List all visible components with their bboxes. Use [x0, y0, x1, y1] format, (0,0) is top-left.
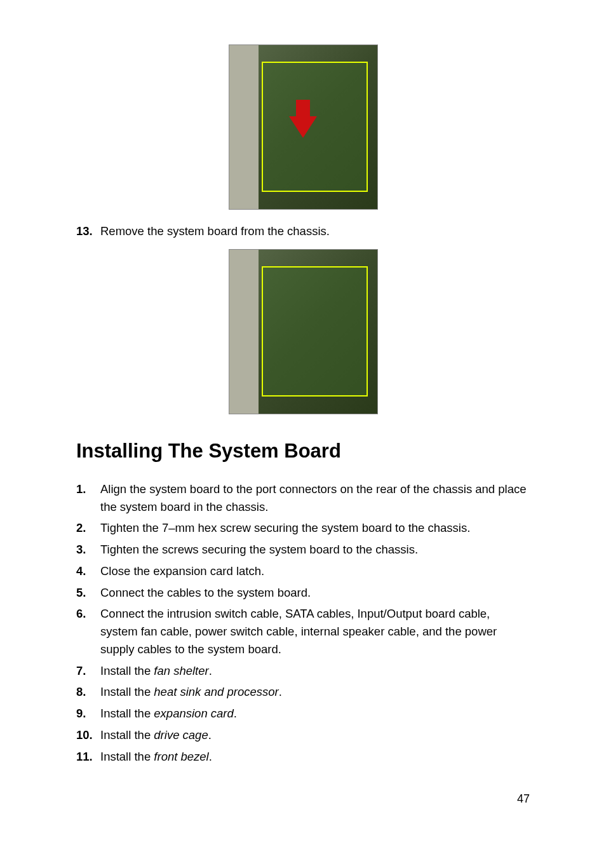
step-text: Install the heat sink and processor. [100, 683, 530, 701]
step-number: 8. [76, 683, 100, 701]
figure-2 [76, 249, 530, 414]
step-prefix: Install the [100, 685, 154, 698]
step-italic: front bezel [154, 750, 208, 763]
step-text: Connect the cables to the system board. [100, 584, 530, 602]
step-suffix: . [209, 750, 212, 763]
install-step-1: 1. Align the system board to the port co… [76, 480, 530, 516]
step-suffix: . [279, 685, 282, 698]
install-step-2: 2. Tighten the 7–mm hex screw securing t… [76, 519, 530, 537]
step-text: Install the expansion card. [100, 705, 530, 722]
step-number: 1. [76, 480, 100, 516]
step-number: 4. [76, 562, 100, 580]
step-number: 5. [76, 584, 100, 602]
step-number: 6. [76, 605, 100, 658]
step-text: Install the fan shelter. [100, 662, 530, 680]
step-number: 13. [76, 222, 100, 240]
install-steps-list: 1. Align the system board to the port co… [76, 480, 530, 766]
install-step-9: 9. Install the expansion card. [76, 705, 530, 722]
step-italic: expansion card [154, 707, 233, 720]
step-prefix: Install the [100, 750, 154, 763]
system-board-image-2 [229, 249, 378, 414]
step-text: Remove the system board from the chassis… [100, 222, 530, 240]
step-number: 11. [76, 748, 100, 766]
step-prefix: Install the [100, 664, 154, 677]
step-text: Tighten the screws securing the system b… [100, 541, 530, 559]
install-step-11: 11. Install the front bezel. [76, 748, 530, 766]
step-text: Connect the intrusion switch cable, SATA… [100, 605, 530, 658]
step-italic: fan shelter [154, 664, 208, 677]
step-prefix: Install the [100, 728, 154, 742]
step-prefix: Install the [100, 707, 154, 720]
step-text: Close the expansion card latch. [100, 562, 530, 580]
install-step-7: 7. Install the fan shelter. [76, 662, 530, 680]
step-number: 10. [76, 726, 100, 744]
install-step-8: 8. Install the heat sink and processor. [76, 683, 530, 701]
step-italic: heat sink and processor [154, 685, 278, 698]
arrow-down-icon [289, 116, 317, 138]
step-suffix: . [209, 664, 212, 677]
step-text: Align the system board to the port conne… [100, 480, 530, 516]
install-step-6: 6. Connect the intrusion switch cable, S… [76, 605, 530, 658]
step-number: 2. [76, 519, 100, 537]
step-number: 9. [76, 705, 100, 722]
step-italic: drive cage [154, 728, 208, 742]
install-step-10: 10. Install the drive cage. [76, 726, 530, 744]
step-suffix: . [208, 728, 212, 742]
step-text: Tighten the 7–mm hex screw securing the … [100, 519, 530, 537]
install-step-3: 3. Tighten the screws securing the syste… [76, 541, 530, 559]
figure-1 [76, 44, 530, 210]
step-number: 7. [76, 662, 100, 680]
system-board-image-1 [229, 44, 378, 210]
install-step-4: 4. Close the expansion card latch. [76, 562, 530, 580]
step-13: 13. Remove the system board from the cha… [76, 222, 530, 240]
step-text: Install the front bezel. [100, 748, 530, 766]
install-step-5: 5. Connect the cables to the system boar… [76, 584, 530, 602]
heading-installing-system-board: Installing The System Board [76, 440, 530, 463]
step-number: 3. [76, 541, 100, 559]
page-number: 47 [517, 792, 530, 806]
step-text: Install the drive cage. [100, 726, 530, 744]
step-suffix: . [234, 707, 237, 720]
